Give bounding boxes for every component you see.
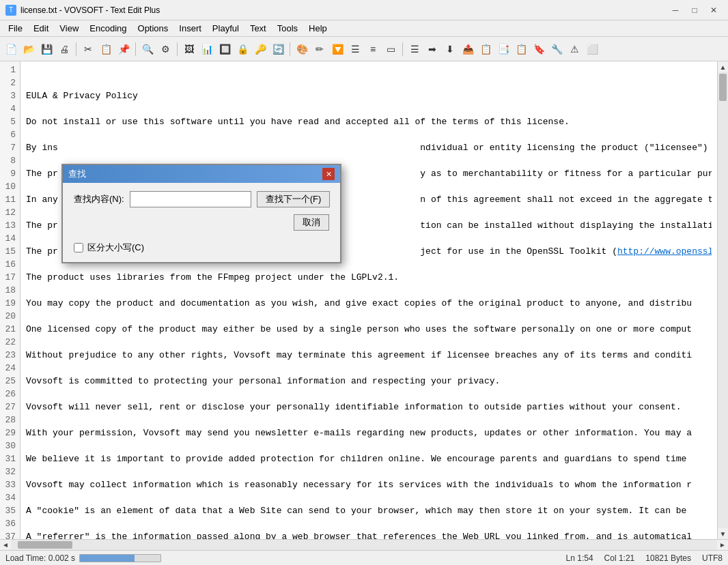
toolbar-down2[interactable]: ⬇ — [442, 41, 458, 57]
line-nums-content: 1234567891011121314151617181920212223242… — [4, 64, 16, 539]
toolbar-clipboard2[interactable]: 📑 — [495, 41, 512, 57]
line-number: 32 — [4, 466, 16, 479]
find-next-button[interactable]: 查找下一个(F) — [257, 191, 331, 207]
scroll-down-arrow[interactable]: ▼ — [718, 528, 729, 539]
toolbar-warn[interactable]: ⚠ — [566, 41, 583, 57]
line-number: 7 — [4, 142, 16, 155]
toolbar: 📄 📂 💾 🖨 ✂ 📋 📌 🔍 ⚙ 🖼 📊 🔲 🔒 🔑 🔄 🎨 ✏ 🔽 ☰ ≡ … — [0, 37, 728, 61]
toolbar-refresh[interactable]: 🔄 — [270, 41, 286, 57]
text-lines-content: EULA & Privacy PolicyDo not install or u… — [26, 90, 712, 539]
line-number: 30 — [4, 440, 16, 453]
menu-help[interactable]: Help — [303, 22, 333, 35]
toolbar-bookmark[interactable]: 🔖 — [531, 41, 547, 57]
toolbar-sep-2 — [135, 42, 136, 56]
toolbar-color[interactable]: 🎨 — [294, 41, 310, 57]
line-number: 22 — [4, 336, 16, 349]
scroll-left-arrow[interactable]: ◄ — [0, 540, 11, 551]
menu-view[interactable]: View — [54, 22, 84, 35]
toolbar-lock1[interactable]: 🔒 — [234, 41, 251, 57]
toolbar-print[interactable]: 🖨 — [56, 41, 72, 57]
line-number: 13 — [4, 220, 16, 233]
line-number: 2 — [4, 77, 16, 90]
menu-options[interactable]: Options — [132, 22, 174, 35]
toolbar-find[interactable]: 🔍 — [139, 41, 156, 57]
text-line: We believe it is important to provide ad… — [26, 453, 712, 466]
toolbar-list1[interactable]: ☰ — [347, 41, 363, 57]
toolbar-clipboard3[interactable]: 📋 — [513, 41, 529, 57]
toolbar-copy[interactable]: 📋 — [98, 41, 114, 57]
h-scroll-thumb[interactable] — [18, 541, 72, 549]
toolbar-replace[interactable]: ⚙ — [157, 41, 173, 57]
horizontal-scrollbar[interactable]: ◄ ► — [0, 539, 728, 550]
menu-tools[interactable]: Tools — [272, 22, 303, 35]
line-number: 3 — [4, 90, 16, 103]
text-line — [26, 440, 712, 453]
toolbar-export[interactable]: 📤 — [460, 41, 476, 57]
menu-file[interactable]: File — [3, 22, 28, 35]
line-number: 28 — [4, 414, 16, 427]
line-number: 33 — [4, 479, 16, 492]
status-ln: Ln 1:54 — [566, 553, 593, 563]
vertical-scrollbar[interactable]: ▲ ▼ — [717, 61, 728, 539]
line-number: 25 — [4, 375, 16, 388]
toolbar-rect[interactable]: ▭ — [382, 41, 399, 57]
text-line: One licensed copy of the product may eit… — [26, 323, 712, 336]
line-number: 1 — [4, 64, 16, 77]
toolbar-align[interactable]: ☰ — [406, 41, 423, 57]
status-encoding: UTF8 — [702, 553, 723, 563]
text-line: Vovsoft is committed to protecting your … — [26, 375, 712, 388]
find-input[interactable] — [130, 191, 251, 207]
line-number: 12 — [4, 207, 16, 220]
scroll-right-arrow[interactable]: ► — [717, 540, 728, 551]
toolbar-paste[interactable]: 📌 — [115, 41, 132, 57]
text-line: Do not install or use this software unti… — [26, 116, 712, 129]
toolbar-open[interactable]: 📂 — [20, 41, 37, 57]
toolbar-box[interactable]: 🔲 — [216, 41, 233, 57]
scroll-thumb[interactable] — [719, 74, 727, 101]
menu-playful[interactable]: Playful — [207, 22, 244, 35]
toolbar-new[interactable]: 📄 — [3, 41, 19, 57]
toolbar-chart[interactable]: 📊 — [199, 41, 215, 57]
toolbar-save[interactable]: 💾 — [38, 41, 55, 57]
text-content[interactable]: EULA & Privacy PolicyDo not install or u… — [20, 61, 717, 539]
openssl-link[interactable]: http://www.openssl.org — [617, 246, 712, 257]
status-bar: Load Time: 0.002 s Ln 1:54 Col 1:21 1082… — [0, 550, 728, 565]
text-line: The product uses libraries from the FFmp… — [26, 272, 712, 285]
toolbar-pen[interactable]: ✏ — [311, 41, 328, 57]
text-line — [26, 466, 712, 479]
text-line — [26, 518, 712, 531]
status-bytes: 10821 Bytes — [645, 553, 691, 563]
menu-bar: File Edit View Encoding Options Insert P… — [0, 20, 728, 37]
toolbar-settings[interactable]: 🔧 — [548, 41, 565, 57]
menu-encoding[interactable]: Encoding — [84, 22, 132, 35]
window-title: license.txt - VOVSOFT - Text Edit Plus — [20, 5, 160, 15]
toolbar-square[interactable]: ⬜ — [584, 41, 600, 57]
toolbar-list2[interactable]: ≡ — [365, 41, 381, 57]
h-scroll-track[interactable] — [11, 540, 717, 550]
find-close-button[interactable]: ✕ — [322, 168, 335, 180]
line-number: 5 — [4, 116, 16, 129]
maximize-button[interactable]: □ — [686, 3, 703, 17]
line-number: 6 — [4, 129, 16, 142]
toolbar-right[interactable]: ➡ — [424, 41, 440, 57]
text-line: With your permission, Vovsoft may send y… — [26, 427, 712, 440]
close-button[interactable]: ✕ — [705, 3, 723, 17]
scroll-up-arrow[interactable]: ▲ — [718, 61, 729, 72]
menu-edit[interactable]: Edit — [28, 22, 54, 35]
toolbar-cut[interactable]: ✂ — [80, 41, 96, 57]
find-dialog[interactable]: 查找 ✕ 查找内容(N): 查找下一个(F) 取消 区分大小写(C) — [61, 164, 341, 263]
menu-text[interactable]: Text — [244, 22, 272, 35]
find-case-checkbox[interactable] — [74, 243, 83, 252]
toolbar-clipboard1[interactable]: 📋 — [477, 41, 494, 57]
text-line: You may copy the product and documentati… — [26, 298, 712, 310]
minimize-button[interactable]: ─ — [667, 3, 684, 17]
line-number: 21 — [4, 323, 16, 336]
line-number: 27 — [4, 401, 16, 414]
scroll-track[interactable] — [718, 72, 728, 528]
menu-insert[interactable]: Insert — [173, 22, 207, 35]
toolbar-img[interactable]: 🖼 — [181, 41, 197, 57]
toolbar-down1[interactable]: 🔽 — [329, 41, 346, 57]
toolbar-lock2[interactable]: 🔑 — [252, 41, 268, 57]
find-cancel-button[interactable]: 取消 — [294, 214, 329, 231]
text-line: EULA & Privacy Policy — [26, 90, 712, 103]
